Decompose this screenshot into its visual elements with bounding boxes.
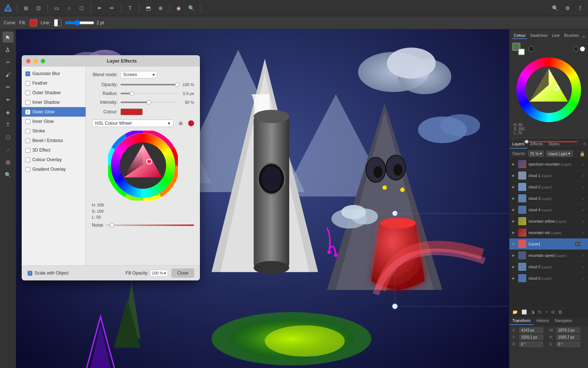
line-swatch[interactable] <box>54 19 61 26</box>
effect-gaussian-blur[interactable]: ✓ Gaussian Blur <box>22 69 86 78</box>
arrange-icon[interactable]: ⬒ <box>143 3 153 13</box>
noise-thumb[interactable] <box>110 223 114 227</box>
zoom-icon[interactable]: 🔍 <box>550 3 560 13</box>
panel-menu-icon[interactable]: ≡ <box>582 34 585 39</box>
rect-tool-icon[interactable]: ▭ <box>51 3 62 13</box>
feather-checkbox[interactable] <box>25 81 30 86</box>
fill-swatch[interactable] <box>30 19 37 26</box>
pencil-tool[interactable]: ✒ <box>3 94 14 105</box>
layer-expand-icon[interactable]: ▶ <box>512 185 516 189</box>
dialog-close-btn[interactable]: Close <box>172 269 194 277</box>
layer-expand-icon[interactable]: ▶ <box>512 265 516 269</box>
ellipse-tool-icon[interactable]: ○ <box>64 3 74 13</box>
layer-item-spectrum-mountain[interactable]: ▶ spectrum mountain (Layer) ✓ <box>509 159 588 170</box>
tab-history[interactable]: History <box>534 317 552 325</box>
layer-fx-icon[interactable]: fx <box>537 309 542 315</box>
layer-item-cloud5[interactable]: ▶ cloud 5 (Layer) ✓ <box>509 261 588 273</box>
stroke-checkbox[interactable] <box>25 129 30 134</box>
layer-visibility-check[interactable]: ✓ <box>582 185 585 189</box>
colour-tab-line[interactable]: Line <box>551 32 561 39</box>
layer-visibility-check[interactable]: ✓ <box>582 219 585 223</box>
layer-item-cloud6[interactable]: ▶ cloud 6 (Layer) ✓ <box>509 273 588 284</box>
layer-item-cloud2[interactable]: ▶ cloud 2 (Layer) ✓ <box>509 181 588 193</box>
select-tool[interactable] <box>3 32 14 43</box>
fill-tool[interactable]: ◈ <box>3 107 14 118</box>
layer-group-icon[interactable]: 📁 <box>512 309 519 315</box>
layer-visibility-check[interactable]: ✓ <box>582 254 585 258</box>
line-tool[interactable]: ⟋ <box>3 144 14 155</box>
layers-panel-menu-icon[interactable]: ≡ <box>581 140 588 149</box>
layer-item-mountain-speed[interactable]: ▶ mountain speed (Layer) ✓ <box>509 250 588 261</box>
tab-transform[interactable]: Transform <box>509 317 534 325</box>
gaussian-blur-checkbox[interactable]: ✓ <box>25 71 30 76</box>
layer-expand-icon[interactable]: ▶ <box>512 174 516 177</box>
layer-visibility-check[interactable]: ✓ <box>582 174 585 178</box>
right-noise-track[interactable] <box>523 141 577 142</box>
dialog-maximize-button[interactable] <box>41 59 45 63</box>
hsl-wheel-wrapper[interactable] <box>108 131 178 201</box>
effect-bevel-emboss[interactable]: Bevel / Emboss <box>22 136 86 145</box>
layer-visibility-check[interactable]: ✓ <box>582 208 585 212</box>
radius-thumb[interactable] <box>130 91 134 96</box>
colour-tab-brushes[interactable]: Brushes <box>563 32 580 39</box>
layer-expand-icon[interactable]: ▶ <box>512 208 516 212</box>
right-noise-thumb[interactable] <box>525 140 528 144</box>
layer-item-curve1[interactable]: ▶ Curve1 fx ✓ <box>509 238 588 250</box>
effect-colour-overlay[interactable]: Colour Overlay <box>22 155 86 164</box>
inner-glow-checkbox[interactable] <box>25 119 30 124</box>
gradient-overlay-checkbox[interactable] <box>25 167 30 172</box>
paint-tool[interactable]: 🖌 <box>3 69 14 80</box>
layer-item-mountain-red[interactable]: ▶ mountain red (Layer) ✓ <box>509 227 588 238</box>
opacity-value-layers[interactable]: 75 % ▾ <box>528 151 544 157</box>
polygon-tool-icon[interactable]: ⬡ <box>76 3 87 13</box>
effect-stroke[interactable]: Stroke <box>22 126 86 136</box>
layer-visibility-check[interactable]: ✓ <box>582 162 585 166</box>
layer-expand-icon[interactable]: ▶ <box>512 162 516 166</box>
right-hsl-wheel[interactable] <box>516 57 581 122</box>
eyedropper-top-icon[interactable]: 🔍 <box>186 3 196 13</box>
nodes-icon[interactable]: ⊡ <box>33 3 44 13</box>
node-tool[interactable] <box>3 44 14 55</box>
effect-outer-glow[interactable]: ✓ Outer Glow <box>22 107 86 117</box>
text-tool[interactable]: T <box>3 119 14 130</box>
share-icon[interactable]: ⤴ <box>575 3 585 13</box>
pencil-tool-icon[interactable]: ✏ <box>107 3 117 13</box>
colour-tab-colour[interactable]: Colour <box>512 32 527 39</box>
w-input[interactable] <box>556 328 580 333</box>
black-swatch[interactable] <box>573 46 578 52</box>
colour-swatch[interactable] <box>121 109 143 115</box>
layer-expand-icon[interactable]: ▶ <box>512 254 516 257</box>
layer-visibility-check[interactable]: ✓ <box>582 276 585 280</box>
layer-mask-icon[interactable]: ⬜ <box>521 309 528 315</box>
layer-visibility-check[interactable]: ✓ <box>582 265 585 269</box>
layer-item-cloud3[interactable]: ▶ cloud 3 (Layer) ✓ <box>509 193 588 204</box>
layer-add-icon[interactable]: + <box>544 309 548 315</box>
layer-expand-icon[interactable]: ▶ <box>512 219 516 223</box>
colour-overlay-checkbox[interactable] <box>25 158 30 162</box>
effect-3d[interactable]: 3D Effect <box>22 145 86 155</box>
effect-inner-glow[interactable]: Inner Glow <box>22 117 86 126</box>
canvas-area[interactable]: Layer Effects ✓ Gaussian Blur Feather <box>16 29 509 368</box>
dialog-close-button[interactable] <box>26 59 31 63</box>
dialog-minimize-button[interactable] <box>33 59 38 63</box>
s-input[interactable] <box>556 342 580 347</box>
layer-visibility-check[interactable]: ✓ <box>582 242 585 246</box>
background-swatch[interactable] <box>518 49 525 55</box>
blend-mode-layers[interactable]: Hard Light ▾ <box>546 151 573 157</box>
artboard-tool[interactable]: ⊞ <box>3 157 14 168</box>
effect-outer-shadow[interactable]: Outer Shadow <box>22 88 86 98</box>
outer-glow-checkbox[interactable]: ✓ <box>25 110 30 114</box>
layer-item-mountain-yellow[interactable]: ▶ mountain yellow (Layer) ✓ <box>509 216 588 227</box>
layer-expand-icon[interactable]: ▶ <box>512 276 516 280</box>
fill-opacity-value[interactable]: 100 % ▾ <box>150 270 168 277</box>
effect-inner-shadow[interactable]: Inner Shadow <box>22 98 86 107</box>
blend-mode-dropdown[interactable]: Screen ▾ <box>121 71 157 78</box>
r-input[interactable] <box>519 342 543 347</box>
eyedropper-button[interactable]: ⊕ <box>176 119 185 128</box>
effect-gradient-overlay[interactable]: Gradient Overlay <box>22 164 86 174</box>
tab-navigator[interactable]: Navigator <box>552 317 575 325</box>
shape-tool[interactable]: ⬡ <box>3 132 14 143</box>
noise-track[interactable] <box>106 224 194 226</box>
line-width-slider[interactable] <box>65 20 94 26</box>
crop-tool[interactable]: ✂ <box>3 57 14 68</box>
